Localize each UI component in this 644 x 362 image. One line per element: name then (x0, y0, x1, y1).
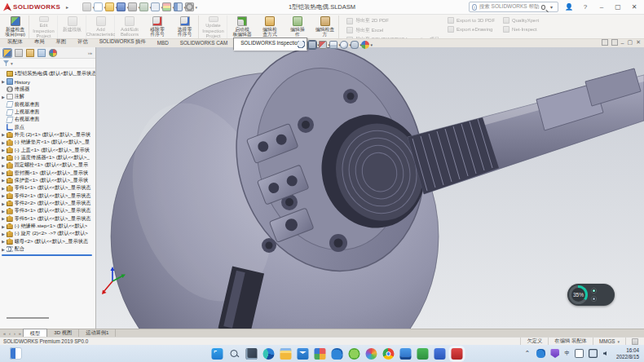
recorder-button-2[interactable] (591, 296, 597, 302)
ribbon-button[interactable]: Update Inspection Project (200, 15, 227, 38)
tree-item[interactable]: ▶ 配合 (2, 245, 95, 253)
tree-item[interactable]: ▶ (-) 绝缘棒.step<1> (默认<<默认> (2, 223, 95, 230)
quick-access-button[interactable]: ▾ (105, 2, 114, 11)
tab-scroll-last-icon[interactable]: » (17, 331, 23, 336)
tree-item[interactable]: ▶ 零件5<1> (默认<<默认>_显示状态 (2, 215, 95, 223)
taskbar-clock[interactable]: 16:04 2022/8/15 (616, 347, 639, 360)
view-tool-icon[interactable]: ▾ (340, 41, 348, 49)
quick-access-button[interactable]: ▾ (162, 2, 171, 11)
taskbar-app-icon[interactable] (228, 348, 240, 360)
toolbar-expand-icon[interactable]: ▸ (66, 4, 68, 10)
expand-arrow-icon[interactable]: ▶ (2, 132, 7, 137)
tree-item[interactable]: ▶ 注解 (2, 93, 95, 100)
taskbar-app-icon[interactable] (417, 348, 428, 360)
view-tool-icon[interactable]: ▾ (351, 41, 359, 49)
ribbon-button[interactable]: Add Characteristic (87, 15, 115, 38)
close-button[interactable]: ✕ (629, 3, 640, 11)
tree-item[interactable]: ▶ 上视基准面 (2, 108, 95, 116)
tree-item[interactable]: ▶ 螺母<2> (默认<<默认>_显示状态 (2, 238, 95, 245)
expand-arrow-icon[interactable]: ▶ (2, 178, 7, 183)
expand-arrow-icon[interactable]: ▶ (2, 155, 7, 160)
quick-access-button[interactable]: ▾ (117, 2, 126, 11)
tree-filter[interactable]: ▾ (0, 59, 95, 68)
tree-item[interactable]: ▶ 传感器 (2, 86, 95, 93)
taskbar-app-icon[interactable] (331, 348, 342, 360)
ribbon-button[interactable]: 新建模板 (59, 15, 86, 38)
security-icon[interactable] (550, 349, 559, 358)
tree-item[interactable]: ▶ 零件2<1> (默认<<默认>_显示状态 (2, 192, 95, 200)
taskbar-app-icon[interactable] (382, 348, 394, 360)
quick-access-button[interactable]: ▾ (94, 2, 103, 11)
search-icon[interactable] (541, 5, 545, 10)
taskbar-app-icon[interactable] (451, 348, 462, 360)
display-icon[interactable] (589, 349, 598, 358)
ribbon-tab[interactable]: SOLIDWORKS Inspection (233, 38, 307, 51)
expand-arrow-icon[interactable]: ▶ (2, 239, 7, 244)
tree-item[interactable]: ▶ 保护套<1> (默认<<默认>_显示状 (2, 177, 95, 184)
doc-window-icon[interactable] (611, 39, 618, 46)
tree-item[interactable]: ▶ 零件2<2> (默认<<默认>_显示状态 (2, 200, 95, 207)
tree-item[interactable]: ▶ 零件3<1> (默认<<默认>_显示状态 (2, 207, 95, 214)
ribbon-button[interactable]: 编辑检 查方式 (256, 15, 284, 38)
ribbon-button[interactable]: 移除零 件序号 (143, 15, 171, 38)
ribbon-tab[interactable]: 装配体 (2, 37, 29, 47)
panel-tab-overflow-icon[interactable]: ›» (88, 51, 92, 55)
displaymanager-tab[interactable] (49, 49, 57, 57)
taskbar-app-icon[interactable] (280, 348, 291, 360)
expand-arrow-icon[interactable]: ▶ (2, 224, 7, 229)
tree-item[interactable]: ▶ History (2, 77, 95, 85)
tree-item[interactable]: ▶ 右视基准面 (2, 116, 95, 123)
tree-item[interactable]: ▶ 前视基准面 (2, 100, 95, 108)
view-tool-icon[interactable]: ▾ (319, 41, 327, 49)
graphics-viewport[interactable]: 35% (96, 47, 644, 329)
expand-arrow-icon[interactable]: ▶ (2, 170, 7, 175)
quick-access-button[interactable]: ▾ (128, 2, 137, 11)
view-tool-icon[interactable]: ▾ (329, 41, 337, 49)
expand-arrow-icon[interactable]: ▶ (2, 186, 7, 191)
unit-system[interactable]: MMGS▾ (593, 338, 625, 345)
recorder-button-1[interactable] (591, 288, 597, 294)
help-button[interactable]: ? (580, 3, 591, 11)
ime-mode-icon[interactable] (575, 349, 584, 358)
expand-arrow-icon[interactable]: ▶ (2, 232, 7, 236)
ribbon-button[interactable]: 新建检查 项目(imp) (2, 15, 29, 38)
ribbon-button[interactable]: 启动模 板编辑器 (228, 15, 256, 38)
configurationmanager-tab[interactable] (26, 49, 34, 57)
taskbar-app-icon[interactable] (434, 348, 445, 360)
quick-access-button[interactable]: ▾ (82, 2, 91, 11)
taskbar-app-icon[interactable] (399, 348, 411, 360)
taskbar-app-icon[interactable] (348, 348, 359, 360)
doc-restore-icon[interactable]: ▢ (628, 39, 633, 46)
expand-arrow-icon[interactable]: ▶ (2, 163, 7, 168)
quick-access-button[interactable]: ▾ (174, 2, 183, 11)
tree-item[interactable]: ▶ 密封圈<1> (默认<<默认>_显示状 (2, 169, 95, 176)
expand-arrow-icon[interactable]: ▶ (2, 209, 7, 214)
expand-arrow-icon[interactable]: ▶ (2, 216, 7, 221)
tree-item[interactable]: ▶ 固定螺栓<1> (默认<<默认>_显示 (2, 161, 95, 169)
ribbon-button[interactable]: 编辑操 作 (284, 15, 311, 38)
widgets-icon[interactable] (10, 347, 22, 360)
ribbon-button[interactable]: 编辑检查 方 (311, 15, 339, 38)
dimxpertmanager-tab[interactable] (37, 49, 46, 57)
taskbar-app-icon[interactable] (365, 348, 377, 360)
search-box[interactable]: i 搜索 SOLIDWORKS 帮助 ▾ (469, 2, 558, 12)
view-tool-icon[interactable]: ▾ (308, 41, 316, 49)
tree-item[interactable]: ▶ 原点 (2, 123, 95, 130)
taskbar-app-icon[interactable] (245, 348, 257, 360)
ribbon-tab[interactable]: 评估 (72, 37, 94, 47)
expand-arrow-icon[interactable]: ▶ (2, 201, 7, 206)
hidden-icons-chevron[interactable] (523, 349, 532, 358)
ribbon-tab[interactable]: 布局 (29, 37, 51, 47)
doc-close-icon[interactable]: ✕ (636, 39, 641, 46)
quick-access-button[interactable]: ▾ (185, 2, 194, 11)
tree-item[interactable]: ▶ (-) 上盖<1> (默认<<默认>_显示状 (2, 146, 95, 153)
taskbar-app-icon[interactable] (262, 348, 274, 360)
status-display-cell[interactable] (625, 338, 644, 345)
tree-item[interactable]: ▶ 外壳 (2)<1> (默认<<默认>_显示状 (2, 131, 95, 139)
minimize-button[interactable]: – (596, 3, 607, 11)
tree-item[interactable]: ▶ (-) 温度传感器<1> (默认<<默认>_ (2, 154, 95, 161)
view-tool-icon[interactable]: ▾ (361, 41, 369, 49)
expand-arrow-icon[interactable]: ▶ (2, 148, 7, 152)
ribbon-button[interactable]: Add/Edit Balloons (116, 15, 143, 38)
tree-item[interactable]: ▶ (-) 绝缘垫片<1> (默认<<默认>_显 (2, 139, 95, 146)
